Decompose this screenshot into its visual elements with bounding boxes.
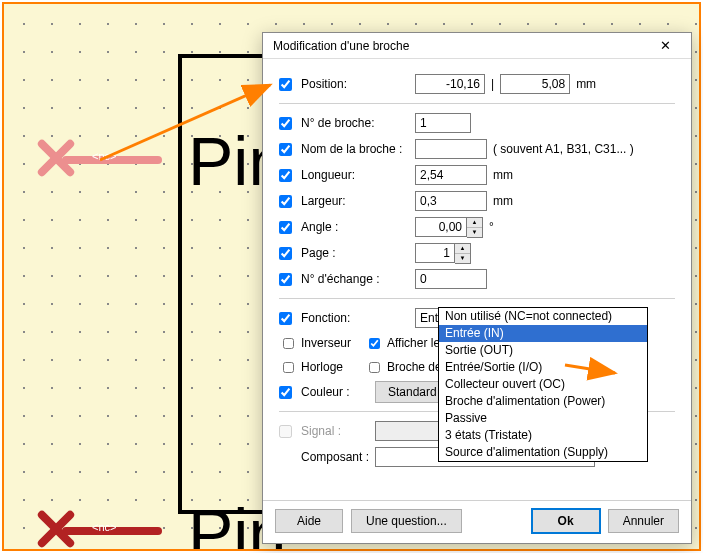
question-button[interactable]: Une question... [351,509,462,533]
swap-input[interactable] [415,269,487,289]
page-input[interactable] [415,243,455,263]
position-checkbox[interactable] [279,78,292,91]
pin-no-label: N° de broche: [301,116,411,130]
width-input[interactable] [415,191,487,211]
function-label: Fonction: [301,311,411,325]
nc-pin-2[interactable]: <nc> [14,509,164,549]
position-unit: mm [576,77,596,91]
angle-spinner[interactable]: ▲▼ [467,217,483,238]
pin-name-input[interactable] [415,139,487,159]
pin-name-label: Nom de la broche : [301,142,411,156]
pin-name-checkbox[interactable] [279,143,292,156]
function-dropdown[interactable]: Non utilisé (NC=not connected) Entrée (I… [438,307,648,462]
page-checkbox[interactable] [279,247,292,260]
cancel-button[interactable]: Annuler [608,509,679,533]
angle-input[interactable] [415,217,467,237]
angle-label: Angle : [301,220,411,234]
inverter-label: Inverseur [301,336,361,350]
width-checkbox[interactable] [279,195,292,208]
clock-label: Horloge [301,360,361,374]
composant-label: Composant : [301,450,371,464]
pin-no-input[interactable] [415,113,471,133]
dialog-title: Modification d'une broche [273,39,645,53]
length-unit: mm [493,168,513,182]
clock-checkbox[interactable] [283,361,294,374]
length-input[interactable] [415,165,487,185]
function-option[interactable]: Passive [439,410,647,427]
position-x-input[interactable] [415,74,485,94]
angle-unit: ° [489,220,494,234]
page-label: Page : [301,246,411,260]
pin-edit-dialog: Modification d'une broche ✕ Position: | … [262,32,692,544]
nc-label: <nc> [92,521,116,533]
length-label: Longueur: [301,168,411,182]
nc-label: <nc> [92,150,116,162]
help-button[interactable]: Aide [275,509,343,533]
position-sep: | [491,77,494,91]
page-spinner[interactable]: ▲▼ [455,243,471,264]
pin-name-hint: ( souvent A1, B31, C31... ) [493,142,634,156]
shownum-checkbox[interactable] [369,337,380,350]
function-option[interactable]: Collecteur ouvert (OC) [439,376,647,393]
function-option[interactable]: Entrée/Sortie (I/O) [439,359,647,376]
color-checkbox[interactable] [279,386,292,399]
function-option[interactable]: Entrée (IN) [439,325,647,342]
ok-button[interactable]: Ok [532,509,600,533]
position-label: Position: [301,77,411,91]
function-checkbox[interactable] [279,312,292,325]
function-option[interactable]: Non utilisé (NC=not connected) [439,308,647,325]
length-checkbox[interactable] [279,169,292,182]
width-unit: mm [493,194,513,208]
signal-label: Signal : [301,424,371,438]
close-icon[interactable]: ✕ [645,35,685,57]
refdisplay-checkbox[interactable] [369,361,380,374]
angle-checkbox[interactable] [279,221,292,234]
color-label: Couleur : [301,385,371,399]
swap-checkbox[interactable] [279,273,292,286]
position-y-input[interactable] [500,74,570,94]
titlebar[interactable]: Modification d'une broche ✕ [263,33,691,59]
function-option[interactable]: Source d'alimentation (Supply) [439,444,647,461]
signal-checkbox [279,425,292,438]
function-option[interactable]: Sortie (OUT) [439,342,647,359]
width-label: Largeur: [301,194,411,208]
pin-no-checkbox[interactable] [279,117,292,130]
swap-label: N° d'échange : [301,272,411,286]
function-option[interactable]: 3 états (Tristate) [439,427,647,444]
function-option[interactable]: Broche d'alimentation (Power) [439,393,647,410]
inverter-checkbox[interactable] [283,337,294,350]
nc-pin-1[interactable]: <nc> [14,138,164,178]
